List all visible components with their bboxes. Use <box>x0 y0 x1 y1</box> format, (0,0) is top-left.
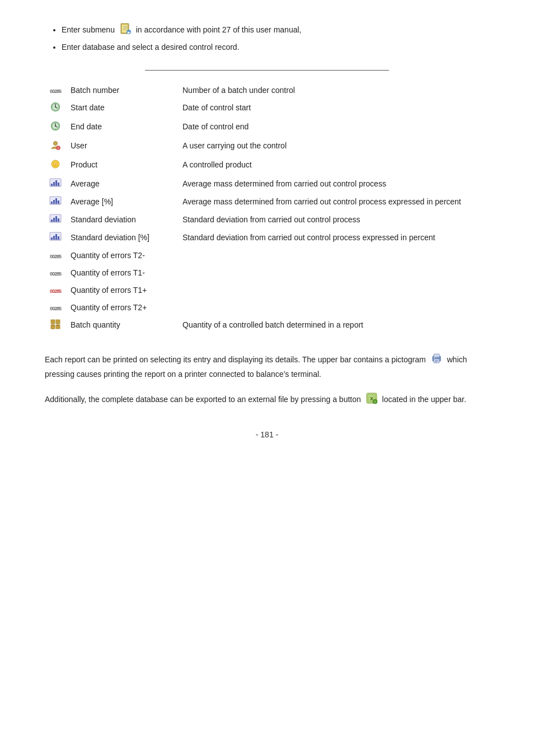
icon-cell: ! <box>45 137 66 156</box>
svg-text:2: 2 <box>57 323 59 326</box>
label-cell: Product <box>66 156 178 175</box>
product-icon <box>50 159 60 169</box>
label-cell: Quantity of errors T1- <box>66 264 178 282</box>
start-date-icon <box>50 102 60 112</box>
row-label: Average [%] <box>71 197 113 206</box>
t1plus-icon: 00285 <box>50 288 61 296</box>
intro-bullets: Enter submenu ▶ in accordance with point… <box>45 22 489 53</box>
row-description: A controlled product <box>182 160 252 169</box>
label-cell: End date <box>66 118 178 137</box>
desc-cell <box>178 247 489 264</box>
table-row: 00285 Quantity of errors T2- <box>45 247 489 264</box>
batch-quantity-icon: 1 2 3 <box>50 319 60 329</box>
print-icon-svg <box>430 352 443 365</box>
paragraph-1: Each report can be printed on selecting … <box>45 352 489 381</box>
bullet2-prefix: Enter <box>62 43 80 52</box>
label-cell: User <box>66 137 178 156</box>
bullet1-suffix: in accordance with point 27 of this user… <box>136 25 302 34</box>
row-description: Average mass determined from carried out… <box>182 197 461 206</box>
label-cell: Batch quantity <box>66 316 178 335</box>
label-cell: Average [%] <box>66 193 178 211</box>
batch-icon: 00285 <box>50 88 61 96</box>
page-number-text: - 181 - <box>256 430 278 439</box>
svg-rect-36 <box>51 220 53 222</box>
average-icon <box>49 178 62 187</box>
desc-cell: Average mass determined from carried out… <box>178 175 489 193</box>
svg-rect-37 <box>53 218 55 222</box>
svg-rect-25 <box>53 182 55 186</box>
svg-rect-26 <box>55 180 57 186</box>
icon-cell <box>45 118 66 137</box>
table-row: 00285 Batch number Number of a batch und… <box>45 82 489 99</box>
desc-cell <box>178 299 489 316</box>
icon-cell: 00285 <box>45 282 66 299</box>
row-label: User <box>71 141 87 150</box>
table-row: Standard deviation Standard deviation fr… <box>45 211 489 229</box>
desc-cell: A controlled product <box>178 156 489 175</box>
stddev-pct-icon <box>49 232 62 241</box>
row-label: Standard deviation <box>71 215 136 224</box>
page-number: - 181 - <box>45 430 489 439</box>
average-pct-icon <box>49 196 62 205</box>
table-row: Standard deviation [%] Standard deviatio… <box>45 229 489 247</box>
label-cell: Standard deviation [%] <box>66 229 178 247</box>
table-row: Average Average mass determined from car… <box>45 175 489 193</box>
export-icon-svg: X ↑ <box>366 392 378 404</box>
label-cell: Batch number <box>66 82 178 99</box>
row-label: Batch quantity <box>71 320 120 329</box>
table-row: ! User A user carrying out the control <box>45 137 489 156</box>
bullet-item-2: Enter database and select a desired cont… <box>62 41 489 53</box>
icon-cell: 00285 <box>45 264 66 282</box>
export-icon: X ↑ <box>366 392 378 408</box>
table-row: Start date Date of control start <box>45 99 489 118</box>
desc-cell: Standard deviation from carried out cont… <box>178 211 489 229</box>
svg-point-11 <box>55 106 56 108</box>
desc-cell: Date of control start <box>178 99 489 118</box>
svg-point-17 <box>54 142 58 146</box>
icon-cell: 1 2 3 <box>45 316 66 335</box>
svg-rect-55 <box>434 354 439 357</box>
svg-rect-31 <box>53 200 55 204</box>
section-divider <box>145 70 390 71</box>
label-cell: Standard deviation <box>66 211 178 229</box>
svg-rect-45 <box>58 236 59 240</box>
p2-suffix: located in the upper bar. <box>382 395 466 404</box>
desc-cell: Quantity of a controlled batch determine… <box>178 316 489 335</box>
svg-text:▶: ▶ <box>127 31 130 34</box>
p1-text: Each report can be printed on selecting … <box>45 355 426 364</box>
desc-cell: Date of control end <box>178 118 489 137</box>
user-icon: ! <box>50 140 60 150</box>
row-label: Average <box>71 179 100 188</box>
svg-text:1: 1 <box>52 323 54 326</box>
svg-rect-32 <box>55 198 57 204</box>
icon-cell <box>45 193 66 211</box>
row-label: Product <box>71 160 97 169</box>
desc-cell: Standard deviation from carried out cont… <box>178 229 489 247</box>
row-description: Date of control start <box>182 103 251 112</box>
desc-cell <box>178 264 489 282</box>
svg-rect-42 <box>51 237 53 240</box>
row-description: Quantity of a controlled batch determine… <box>182 320 363 329</box>
print-icon <box>430 352 443 368</box>
svg-text:↑: ↑ <box>374 400 376 404</box>
table-row: 00285 Quantity of errors T2+ <box>45 299 489 316</box>
row-description: A user carrying out the control <box>182 141 287 150</box>
row-description: Date of control end <box>182 122 249 131</box>
desc-cell <box>178 282 489 299</box>
label-cell: Quantity of errors T2+ <box>66 299 178 316</box>
bullet2-suffix: database and select a desired control re… <box>82 43 239 52</box>
icon-cell <box>45 211 66 229</box>
label-cell: Quantity of errors T1+ <box>66 282 178 299</box>
icon-cell <box>45 156 66 175</box>
row-label: Quantity of errors T1+ <box>71 286 147 295</box>
svg-rect-30 <box>51 202 53 204</box>
t2plus-icon: 00285 <box>50 305 61 313</box>
svg-rect-39 <box>58 218 59 222</box>
bullet1-prefix: Enter submenu <box>62 25 115 34</box>
desc-cell: A user carrying out the control <box>178 137 489 156</box>
label-cell: Quantity of errors T2- <box>66 247 178 264</box>
row-label: Batch number <box>71 86 119 95</box>
table-row: End date Date of control end <box>45 118 489 137</box>
end-date-icon <box>50 121 60 131</box>
svg-rect-33 <box>58 200 59 204</box>
